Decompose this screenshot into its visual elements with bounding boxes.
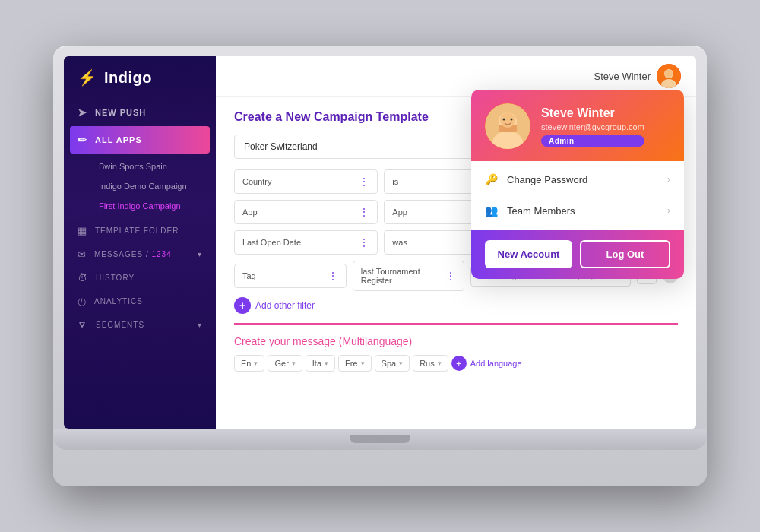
create-message-title: Create your message (Multilanguage) bbox=[234, 335, 678, 347]
key-icon: 🔑 bbox=[485, 173, 498, 185]
dropdown-username: Steve Winter bbox=[541, 106, 644, 120]
user-info-button[interactable]: Steve Winter bbox=[594, 64, 681, 88]
lang-tab-spa-chevron: ▾ bbox=[399, 359, 403, 367]
filter-field-label-tag: Tag bbox=[242, 271, 256, 280]
lang-tab-ger-chevron: ▾ bbox=[292, 359, 296, 367]
lang-tab-ita-chevron: ▾ bbox=[325, 359, 328, 367]
admin-badge: Admin bbox=[541, 135, 644, 147]
filter-field-dots-2: ⋮ bbox=[359, 206, 369, 218]
filter-operator-dots-4: ⋮ bbox=[445, 270, 456, 282]
sidebar-sub-item-first[interactable]: First Indigo Campaign bbox=[64, 196, 216, 216]
header-avatar bbox=[657, 64, 681, 88]
logo-icon: ⚡ bbox=[78, 68, 97, 87]
dropdown-actions: New Account Log Out bbox=[471, 230, 684, 279]
sidebar-label-segments: SEGMENTS bbox=[96, 321, 144, 329]
svg-point-10 bbox=[511, 119, 513, 121]
sidebar-label-all-apps: ALL APPS bbox=[95, 135, 142, 144]
add-language-button[interactable]: + Add language bbox=[451, 356, 522, 371]
sidebar: ⚡ Indigo ➤ NEW PUSH ✏ ALL APPS Bwin Spor… bbox=[64, 56, 216, 429]
team-members-chevron-icon: › bbox=[667, 205, 670, 216]
sub-item-label-first: First Indigo Campaign bbox=[99, 201, 181, 211]
template-folder-icon: ▦ bbox=[78, 225, 87, 236]
filter-operator-label-app: App bbox=[392, 207, 407, 217]
language-tabs: En ▾ Ger ▾ Ita ▾ Fre ▾ bbox=[234, 355, 678, 372]
dropdown-avatar bbox=[485, 103, 530, 149]
sidebar-item-all-apps[interactable]: ✏ ALL APPS bbox=[70, 126, 210, 154]
dropdown-email: stevewinter@gvcgroup.com bbox=[541, 122, 644, 131]
sidebar-item-segments[interactable]: ⛛ SEGMENTS ▾ bbox=[64, 313, 216, 337]
change-password-menu-item[interactable]: 🔑 Change Password › bbox=[471, 164, 684, 195]
main-content: Steve Winter Create a New Campaign Templ… bbox=[216, 56, 696, 429]
sidebar-sub-item-bwin[interactable]: Bwin Sports Spain bbox=[64, 157, 216, 176]
sidebar-logo: ⚡ Indigo bbox=[64, 56, 216, 99]
lang-tab-fre-chevron: ▾ bbox=[361, 359, 365, 367]
logout-button[interactable]: Log Out bbox=[580, 240, 670, 268]
filter-operator-label-was: was bbox=[392, 238, 407, 247]
team-icon: 👥 bbox=[485, 204, 498, 217]
sidebar-sub-items: Bwin Sports Spain Indigo Demo Campaign F… bbox=[64, 154, 216, 219]
sidebar-label-history: HISTORY bbox=[96, 274, 135, 282]
segments-icon: ⛛ bbox=[78, 319, 88, 331]
lang-tab-rus-chevron: ▾ bbox=[438, 359, 442, 367]
svg-point-3 bbox=[665, 70, 673, 78]
lang-tab-en[interactable]: En ▾ bbox=[234, 355, 264, 372]
section-divider bbox=[234, 323, 678, 325]
lang-tab-ger[interactable]: Ger ▾ bbox=[268, 355, 302, 372]
logo-text: Indigo bbox=[104, 69, 152, 87]
lang-tab-ita[interactable]: Ita ▾ bbox=[306, 355, 335, 372]
dropdown-user-details: Steve Winter stevewinter@gvcgroup.com Ad… bbox=[541, 106, 644, 147]
add-language-label: Add language bbox=[470, 359, 522, 368]
filter-field-dots-3: ⋮ bbox=[359, 236, 369, 249]
header-user-name: Steve Winter bbox=[594, 71, 651, 82]
team-members-item-left: 👥 Team Members bbox=[485, 204, 575, 217]
sidebar-item-messages[interactable]: ✉ MESSAGES / 1234 ▾ bbox=[64, 242, 216, 266]
sidebar-sub-item-demo[interactable]: Indigo Demo Campaign bbox=[64, 176, 216, 196]
filter-field-dots-4: ⋮ bbox=[328, 270, 338, 282]
lang-tab-spa[interactable]: Spa ▾ bbox=[375, 355, 410, 372]
filter-field-last-open[interactable]: Last Open Date ⋮ bbox=[234, 230, 378, 255]
sidebar-label-analytics: ANALYTICS bbox=[94, 297, 143, 306]
screen: ⚡ Indigo ➤ NEW PUSH ✏ ALL APPS Bwin Spor… bbox=[64, 56, 696, 429]
sidebar-label-messages: MESSAGES / 1234 bbox=[94, 250, 172, 258]
filter-field-label-country: Country bbox=[242, 177, 272, 186]
svg-point-9 bbox=[503, 119, 505, 121]
laptop-notch bbox=[350, 435, 410, 443]
sidebar-item-history[interactable]: ⏱ HISTORY bbox=[64, 266, 216, 290]
history-icon: ⏱ bbox=[78, 272, 88, 283]
add-filter-button[interactable]: + Add other filter bbox=[234, 297, 678, 314]
analytics-icon: ◷ bbox=[78, 296, 87, 307]
filter-operator-label-is: is bbox=[392, 177, 398, 186]
filter-field-tag[interactable]: Tag ⋮ bbox=[234, 264, 347, 288]
change-password-label: Change Password bbox=[507, 174, 587, 185]
sidebar-label-template-folder: TEMPLATE FOLDER bbox=[95, 226, 179, 235]
add-filter-plus-icon: + bbox=[234, 297, 251, 314]
filter-field-country[interactable]: Country ⋮ bbox=[234, 169, 378, 194]
filter-field-label-last-open: Last Open Date bbox=[242, 238, 301, 247]
messages-chevron-icon: ▾ bbox=[198, 250, 202, 258]
filter-operator-tournament[interactable]: last Tournament Register ⋮ bbox=[353, 261, 465, 291]
dropdown-menu-items: 🔑 Change Password › 👥 Team Members › bbox=[471, 161, 684, 230]
svg-point-8 bbox=[500, 112, 515, 128]
add-filter-label: Add other filter bbox=[255, 300, 315, 311]
messages-icon: ✉ bbox=[78, 249, 87, 260]
sub-item-label-bwin: Bwin Sports Spain bbox=[99, 162, 167, 171]
sidebar-item-new-push[interactable]: ➤ NEW PUSH bbox=[64, 99, 216, 126]
lang-tab-rus[interactable]: Rus ▾ bbox=[413, 355, 448, 372]
new-account-button[interactable]: New Account bbox=[485, 240, 572, 268]
sub-item-label-demo: Indigo Demo Campaign bbox=[99, 182, 187, 191]
team-members-menu-item[interactable]: 👥 Team Members › bbox=[471, 195, 684, 226]
filter-field-app[interactable]: App ⋮ bbox=[234, 200, 378, 224]
change-password-chevron-icon: › bbox=[667, 174, 670, 185]
change-password-item-left: 🔑 Change Password bbox=[485, 173, 587, 185]
sidebar-label-new-push: NEW PUSH bbox=[95, 108, 146, 117]
lang-tab-fre[interactable]: Fre ▾ bbox=[338, 355, 372, 372]
lang-tab-en-chevron: ▾ bbox=[254, 359, 258, 367]
segments-chevron-icon: ▾ bbox=[198, 321, 202, 329]
all-apps-icon: ✏ bbox=[78, 134, 87, 146]
add-language-plus-icon: + bbox=[451, 356, 467, 371]
dropdown-profile: Steve Winter stevewinter@gvcgroup.com Ad… bbox=[471, 90, 684, 161]
user-dropdown: Steve Winter stevewinter@gvcgroup.com Ad… bbox=[471, 90, 684, 279]
laptop-base bbox=[53, 429, 707, 450]
sidebar-item-analytics[interactable]: ◷ ANALYTICS bbox=[64, 290, 216, 313]
sidebar-item-template-folder[interactable]: ▦ TEMPLATE FOLDER bbox=[64, 219, 216, 242]
